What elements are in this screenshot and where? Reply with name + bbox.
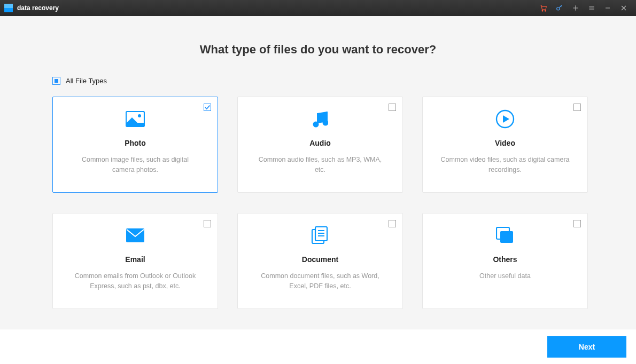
file-type-grid: PhotoCommon image files, such as digital… (52, 97, 584, 309)
card-others[interactable]: OthersOther useful data (422, 213, 588, 309)
titlebar: data recovery (0, 0, 636, 16)
svg-point-0 (542, 10, 543, 11)
card-checkbox[interactable] (389, 220, 396, 227)
card-desc: Common video files, such as digital came… (435, 155, 576, 175)
minimize-icon[interactable] (600, 0, 616, 16)
svg-rect-7 (317, 113, 319, 124)
card-desc: Common image files, such as digital came… (65, 155, 206, 175)
card-desc: Common emails from Outlook or Outlook Ex… (65, 271, 206, 291)
all-file-types-checkbox[interactable] (52, 77, 60, 85)
svg-point-2 (557, 7, 560, 10)
card-audio[interactable]: AudioCommon audio files, such as MP3, WM… (237, 97, 403, 193)
svg-point-4 (138, 114, 141, 117)
page-heading: What type of files do you want to recove… (52, 43, 584, 57)
card-desc: Other useful data (435, 271, 576, 281)
card-checkbox[interactable] (204, 220, 211, 227)
svg-rect-10 (126, 228, 144, 242)
video-icon (435, 108, 576, 130)
photo-icon (65, 108, 206, 130)
card-title: Others (435, 255, 576, 264)
card-checkbox[interactable] (204, 104, 211, 111)
email-icon (65, 224, 206, 247)
next-button[interactable]: Next (547, 336, 626, 358)
card-checkbox[interactable] (573, 220, 581, 227)
card-title: Document (250, 255, 391, 264)
card-photo[interactable]: PhotoCommon image files, such as digital… (52, 97, 218, 193)
card-document[interactable]: DocumentCommon document files, such as W… (237, 213, 403, 309)
close-icon[interactable] (616, 0, 632, 16)
document-icon (250, 224, 391, 247)
cart-icon[interactable] (536, 0, 552, 16)
app-logo-icon (4, 4, 13, 12)
footer-bar: Next (0, 329, 636, 364)
others-icon (435, 224, 576, 247)
menu-icon[interactable] (584, 0, 600, 16)
all-file-types-label: All File Types (66, 77, 107, 85)
card-email[interactable]: EmailCommon emails from Outlook or Outlo… (52, 213, 218, 309)
card-desc: Common audio files, such as MP3, WMA, et… (250, 155, 391, 175)
card-title: Video (435, 139, 576, 147)
svg-rect-8 (326, 112, 328, 123)
svg-rect-17 (500, 231, 513, 243)
key-icon[interactable] (552, 0, 568, 16)
all-file-types-row[interactable]: All File Types (52, 77, 584, 85)
card-title: Photo (65, 139, 206, 147)
card-checkbox[interactable] (389, 104, 396, 111)
card-title: Audio (250, 139, 391, 147)
card-checkbox[interactable] (573, 104, 581, 111)
card-desc: Common document files, such as Word, Exc… (250, 271, 391, 291)
app-title: data recovery (17, 4, 59, 12)
plus-icon[interactable] (568, 0, 584, 16)
svg-point-1 (545, 10, 546, 11)
main-content: What type of files do you want to recove… (0, 16, 636, 329)
card-video[interactable]: VideoCommon video files, such as digital… (422, 97, 588, 193)
card-title: Email (65, 255, 206, 264)
audio-icon (250, 108, 391, 130)
